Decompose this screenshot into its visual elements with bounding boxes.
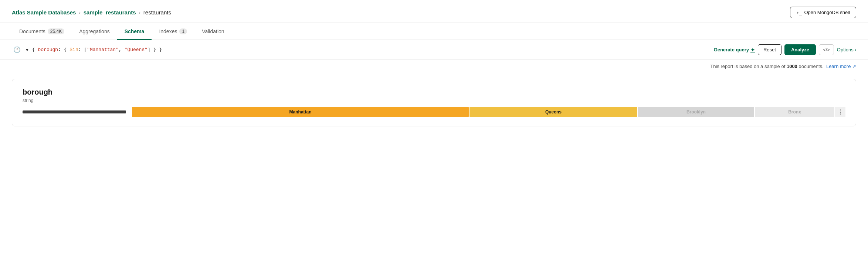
tab-schema-label: Schema	[125, 28, 145, 34]
field-bar-container: Manhattan Queens Brooklyn Bronx ⋮	[23, 107, 845, 117]
tab-documents-label: Documents	[19, 28, 45, 34]
query-bar: 🕐 ▼ { borough: { $in: ["Manhattan", "Que…	[0, 40, 868, 60]
tab-validation[interactable]: Validation	[194, 23, 231, 40]
tab-aggregations-label: Aggregations	[79, 28, 110, 34]
options-label: Options	[837, 47, 854, 52]
tab-validation-label: Validation	[202, 28, 224, 34]
schema-content: borough string Manhattan Queens Brooklyn…	[0, 71, 868, 138]
history-caret-icon[interactable]: ▼	[25, 48, 29, 52]
options-button[interactable]: Options ›	[837, 47, 856, 52]
history-icon[interactable]: 🕐	[12, 45, 22, 55]
query-bar-left: 🕐 ▼ { borough: { $in: ["Manhattan", "Que…	[12, 45, 710, 55]
bar-segment-brooklyn[interactable]: Brooklyn	[638, 107, 754, 117]
breadcrumb-db[interactable]: sample_restaurants	[84, 9, 136, 16]
breadcrumb-sep-2: ›	[139, 10, 140, 15]
query-input[interactable]: { borough: { $in: ["Manhattan", "Queens"…	[32, 47, 710, 52]
field-name-borough: borough	[23, 88, 845, 96]
header: Atlas Sample Databases › sample_restaura…	[0, 0, 868, 23]
analyze-button[interactable]: Analyze	[784, 44, 816, 55]
tab-indexes-label: Indexes	[159, 28, 177, 34]
breadcrumb-sep-1: ›	[79, 10, 80, 15]
bar-segment-bronx[interactable]: Bronx	[755, 107, 834, 117]
learn-more-link[interactable]: Learn more ↗	[826, 64, 856, 69]
reset-button[interactable]: Reset	[758, 44, 781, 55]
report-text-before: This report is based on a sample of	[710, 64, 787, 69]
report-count: 1000	[787, 64, 797, 69]
tabs-bar: Documents 25.4K Aggregations Schema Inde…	[0, 23, 868, 40]
tab-aggregations[interactable]: Aggregations	[72, 23, 117, 40]
field-completeness-bar	[23, 110, 126, 113]
sparkle-icon: ✦	[750, 47, 755, 53]
query-bar-actions: Generate query ✦ Reset Analyze </> Optio…	[714, 44, 856, 55]
bar-segments: Manhattan Queens Brooklyn Bronx ⋮	[132, 107, 845, 117]
shell-prompt-icon: ›_	[796, 10, 802, 15]
tab-indexes[interactable]: Indexes 1	[152, 23, 194, 40]
tab-documents-badge: 25.4K	[48, 28, 64, 34]
open-shell-label: Open MongoDB shell	[804, 10, 850, 15]
report-notice: This report is based on a sample of 1000…	[0, 60, 868, 71]
bar-segment-manhattan[interactable]: Manhattan	[132, 107, 469, 117]
code-button[interactable]: </>	[819, 44, 834, 55]
options-caret-icon: ›	[855, 47, 856, 52]
breadcrumb-collection: restaurants	[143, 9, 171, 16]
generate-query-button[interactable]: Generate query ✦	[714, 47, 755, 53]
breadcrumb: Atlas Sample Databases › sample_restaura…	[12, 9, 171, 16]
bar-segment-more[interactable]: ⋮	[835, 107, 845, 117]
open-shell-button[interactable]: ›_ Open MongoDB shell	[790, 7, 856, 18]
tab-documents[interactable]: Documents 25.4K	[12, 23, 72, 40]
field-type-borough: string	[23, 98, 845, 103]
tab-indexes-badge: 1	[179, 28, 187, 34]
report-text-after: documents.	[797, 64, 824, 69]
breadcrumb-root[interactable]: Atlas Sample Databases	[12, 9, 76, 16]
field-card-borough: borough string Manhattan Queens Brooklyn…	[12, 79, 856, 126]
tab-schema[interactable]: Schema	[117, 23, 152, 40]
bar-segment-queens[interactable]: Queens	[469, 107, 637, 117]
generate-query-label: Generate query	[714, 47, 749, 52]
